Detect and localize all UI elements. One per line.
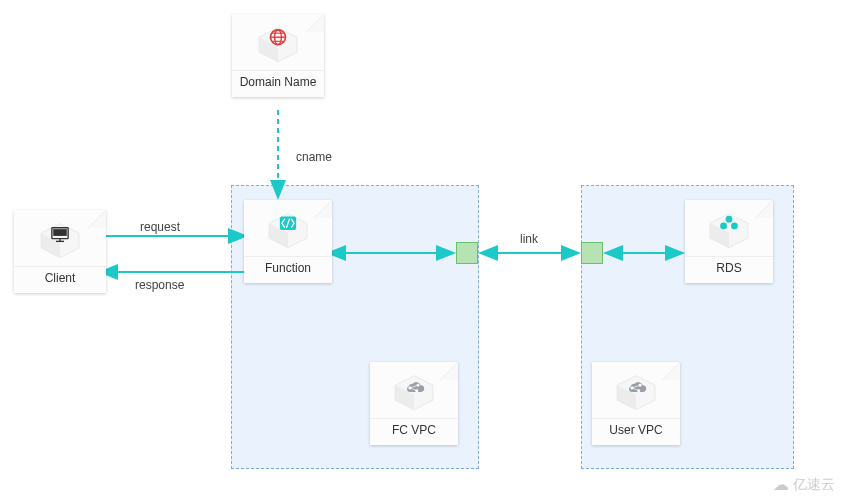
edge-label-cname: cname (296, 150, 332, 164)
fc-vpc-node: FC VPC (370, 362, 458, 445)
client-node: Client (14, 210, 106, 293)
cloud-watermark-icon: ☁ (773, 475, 789, 494)
globe-icon (256, 25, 300, 63)
svg-point-38 (726, 216, 733, 223)
cloud-icon (392, 373, 436, 411)
function-node: Function (244, 200, 332, 283)
watermark: ☁ 亿速云 (773, 475, 835, 494)
cloud-icon (614, 373, 658, 411)
svg-point-33 (637, 389, 640, 392)
function-icon (266, 211, 310, 249)
architecture-diagram: cname request response link Domain Name (0, 0, 843, 500)
client-label: Client (14, 266, 106, 293)
svg-point-39 (720, 223, 727, 230)
fc-vpc-label: FC VPC (370, 418, 458, 445)
rds-label: RDS (685, 256, 773, 283)
user-vpc-label: User VPC (592, 418, 680, 445)
domain-label: Domain Name (232, 70, 324, 97)
svg-point-40 (731, 223, 738, 230)
fc-vpc-peer (456, 242, 478, 264)
domain-node: Domain Name (232, 14, 324, 97)
edge-label-request: request (140, 220, 180, 234)
edge-label-link: link (520, 232, 538, 246)
function-label: Function (244, 256, 332, 283)
svg-rect-16 (53, 229, 67, 236)
watermark-text: 亿速云 (793, 476, 835, 494)
user-vpc-node: User VPC (592, 362, 680, 445)
user-vpc-peer (581, 242, 603, 264)
monitor-icon (38, 221, 82, 259)
edge-label-response: response (135, 278, 184, 292)
database-icon (707, 211, 751, 249)
svg-point-26 (415, 389, 418, 392)
rds-node: RDS (685, 200, 773, 283)
